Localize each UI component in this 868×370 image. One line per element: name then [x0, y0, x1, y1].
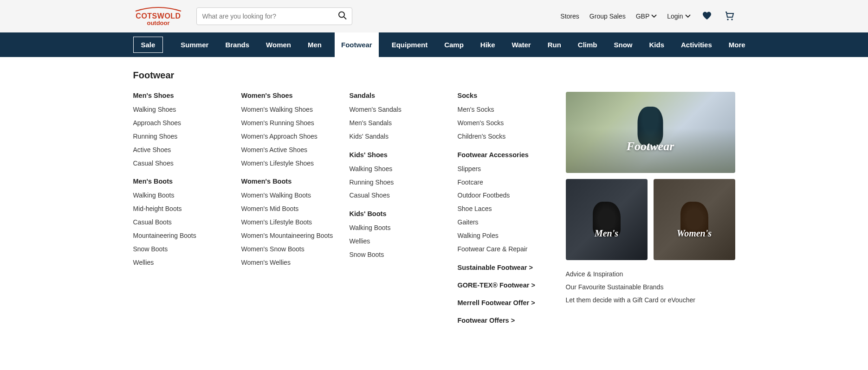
- nav-item-women[interactable]: Women: [262, 32, 295, 57]
- main-nav: Sale SummerBrandsWomenMenFootwearEquipme…: [0, 32, 868, 57]
- login-dropdown[interactable]: Login: [667, 13, 690, 20]
- mega-link[interactable]: Walking Poles: [458, 231, 557, 240]
- nav-item-brands[interactable]: Brands: [221, 32, 253, 57]
- mega-column-1: Women's ShoesWomen's Walking ShoesWomen'…: [241, 92, 340, 324]
- mega-link[interactable]: Kids' Sandals: [350, 132, 448, 141]
- mega-heading[interactable]: Kids' Boots: [350, 210, 448, 217]
- mega-link[interactable]: Women's Sandals: [350, 105, 448, 114]
- mega-link[interactable]: Women's Lifestyle Shoes: [241, 159, 340, 168]
- mega-link[interactable]: Running Shoes: [350, 178, 448, 187]
- mega-link[interactable]: Women's Mid Boots: [241, 204, 340, 213]
- mega-link[interactable]: Women's Wellies: [241, 258, 340, 267]
- mega-link[interactable]: Shoe Laces: [458, 204, 557, 213]
- nav-sale[interactable]: Sale: [133, 37, 163, 53]
- nav-item-summer[interactable]: Summer: [177, 32, 212, 57]
- mega-link[interactable]: Children's Socks: [458, 132, 557, 141]
- mega-link[interactable]: Snow Boots: [350, 250, 448, 259]
- side-link[interactable]: Our Favourite Sustainable Brands: [566, 283, 735, 291]
- mega-title: Footwear: [133, 70, 735, 81]
- mega-link[interactable]: Women's Running Shoes: [241, 119, 340, 128]
- heart-icon: [702, 11, 712, 20]
- banner-footwear[interactable]: Footwear: [566, 92, 735, 173]
- mega-link[interactable]: Casual Shoes: [133, 159, 232, 168]
- nav-item-activities[interactable]: Activities: [677, 32, 716, 57]
- side-link[interactable]: Let them decide with a Gift Card or eVou…: [566, 296, 735, 304]
- chevron-down-icon: [685, 14, 691, 18]
- banner-mens[interactable]: Men's: [566, 179, 648, 260]
- nav-item-run[interactable]: Run: [544, 32, 565, 57]
- logo[interactable]: COTSWOLD outdoor: [133, 6, 183, 27]
- mega-promo-link[interactable]: Footwear Offers >: [458, 317, 557, 324]
- nav-item-camp[interactable]: Camp: [440, 32, 467, 57]
- cart-button[interactable]: [723, 10, 735, 23]
- mega-link[interactable]: Walking Boots: [133, 191, 232, 200]
- currency-label: GBP: [636, 13, 650, 20]
- nav-item-snow[interactable]: Snow: [610, 32, 636, 57]
- group-sales-link[interactable]: Group Sales: [589, 13, 626, 20]
- nav-item-men[interactable]: Men: [304, 32, 325, 57]
- mega-link[interactable]: Women's Mountaineering Boots: [241, 231, 340, 240]
- mega-link[interactable]: Wellies: [350, 237, 448, 246]
- mega-link[interactable]: Walking Boots: [350, 223, 448, 232]
- stores-link[interactable]: Stores: [560, 13, 579, 20]
- mega-link[interactable]: Mountaineering Boots: [133, 231, 232, 240]
- banner-mens-label: Men's: [595, 228, 618, 239]
- mega-link[interactable]: Gaiters: [458, 218, 557, 227]
- mega-link[interactable]: Women's Walking Boots: [241, 191, 340, 200]
- mega-link[interactable]: Wellies: [133, 258, 232, 267]
- mega-link[interactable]: Women's Snow Boots: [241, 245, 340, 254]
- wishlist-button[interactable]: [701, 10, 713, 23]
- search-input[interactable]: [197, 8, 352, 25]
- mega-link[interactable]: Women's Active Shoes: [241, 146, 340, 154]
- mega-link[interactable]: Running Shoes: [133, 132, 232, 141]
- search-icon: [338, 11, 347, 20]
- mega-heading[interactable]: Socks: [458, 92, 557, 99]
- svg-point-3: [731, 19, 732, 20]
- mega-link[interactable]: Walking Shoes: [350, 165, 448, 173]
- mega-heading[interactable]: Kids' Shoes: [350, 151, 448, 159]
- search-button[interactable]: [338, 11, 347, 22]
- mega-link[interactable]: Men's Socks: [458, 105, 557, 114]
- mega-link[interactable]: Slippers: [458, 165, 557, 173]
- mega-link[interactable]: Women's Socks: [458, 119, 557, 128]
- mega-link[interactable]: Snow Boots: [133, 245, 232, 254]
- mega-link[interactable]: Women's Lifestyle Boots: [241, 218, 340, 227]
- mega-link[interactable]: Casual Shoes: [350, 191, 448, 200]
- nav-item-water[interactable]: Water: [508, 32, 535, 57]
- mega-menu-footwear: Footwear Men's ShoesWalking ShoesApproac…: [0, 57, 868, 337]
- banner-footwear-label: Footwear: [627, 140, 674, 153]
- mega-promo-link[interactable]: Sustainable Footwear >: [458, 264, 557, 271]
- mega-promo-link[interactable]: GORE-TEX® Footwear >: [458, 281, 557, 289]
- nav-item-climb[interactable]: Climb: [574, 32, 601, 57]
- login-label: Login: [667, 13, 683, 20]
- mega-heading[interactable]: Sandals: [350, 92, 448, 99]
- mega-link[interactable]: Approach Shoes: [133, 119, 232, 128]
- nav-item-hike[interactable]: Hike: [477, 32, 499, 57]
- mega-heading[interactable]: Men's Shoes: [133, 92, 232, 99]
- mega-link[interactable]: Walking Shoes: [133, 105, 232, 114]
- mega-link[interactable]: Active Shoes: [133, 146, 232, 154]
- currency-selector[interactable]: GBP: [636, 13, 657, 20]
- mega-heading[interactable]: Footwear Accessories: [458, 151, 557, 159]
- mega-heading[interactable]: Women's Shoes: [241, 92, 340, 99]
- nav-item-kids[interactable]: Kids: [646, 32, 668, 57]
- side-link[interactable]: Advice & Inspiration: [566, 270, 735, 278]
- mega-link[interactable]: Women's Walking Shoes: [241, 105, 340, 114]
- mega-link[interactable]: Casual Boots: [133, 218, 232, 227]
- mega-heading[interactable]: Women's Boots: [241, 178, 340, 185]
- mega-link[interactable]: Outdoor Footbeds: [458, 191, 557, 200]
- nav-item-equipment[interactable]: Equipment: [388, 32, 432, 57]
- mega-link[interactable]: Men's Sandals: [350, 119, 448, 128]
- mega-link[interactable]: Footwear Care & Repair: [458, 245, 557, 254]
- mega-heading[interactable]: Men's Boots: [133, 178, 232, 185]
- mega-promo-link[interactable]: Merrell Footwear Offer >: [458, 299, 557, 306]
- mega-link[interactable]: Mid-height Boots: [133, 204, 232, 213]
- banner-womens[interactable]: Women's: [654, 179, 735, 260]
- svg-line-1: [344, 17, 346, 19]
- mega-link[interactable]: Women's Approach Shoes: [241, 132, 340, 141]
- nav-item-more[interactable]: More: [725, 32, 749, 57]
- mega-link[interactable]: Footcare: [458, 178, 557, 187]
- nav-item-footwear[interactable]: Footwear: [335, 32, 379, 57]
- search-box: [196, 7, 352, 25]
- svg-point-2: [727, 19, 728, 20]
